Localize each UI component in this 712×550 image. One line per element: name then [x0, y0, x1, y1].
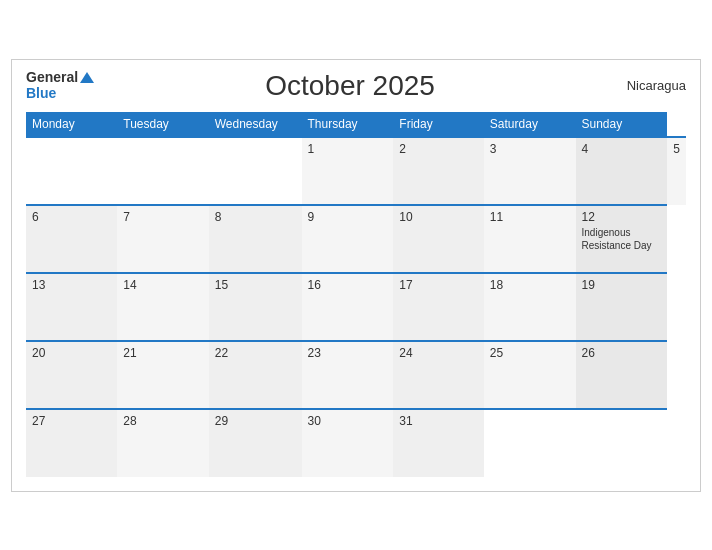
day-number: 31	[399, 414, 478, 428]
day-cell	[576, 409, 668, 477]
header-saturday: Saturday	[484, 112, 576, 137]
day-cell: 17	[393, 273, 484, 341]
day-number: 20	[32, 346, 111, 360]
day-cell: 26	[576, 341, 668, 409]
day-number: 27	[32, 414, 111, 428]
header-wednesday: Wednesday	[209, 112, 302, 137]
day-number: 10	[399, 210, 478, 224]
day-number: 21	[123, 346, 202, 360]
day-number: 1	[308, 142, 388, 156]
day-cell: 8	[209, 205, 302, 273]
day-cell: 19	[576, 273, 668, 341]
day-cell: 27	[26, 409, 117, 477]
day-event-label: Indigenous Resistance Day	[582, 226, 662, 252]
logo-triangle-icon	[80, 72, 94, 83]
day-number: 11	[490, 210, 570, 224]
day-number: 6	[32, 210, 111, 224]
header-friday: Friday	[393, 112, 484, 137]
day-cell: 6	[26, 205, 117, 273]
day-cell: 7	[117, 205, 208, 273]
week-row-3: 13141516171819	[26, 273, 686, 341]
day-number: 24	[399, 346, 478, 360]
day-cell: 13	[26, 273, 117, 341]
day-number: 25	[490, 346, 570, 360]
day-cell: 28	[117, 409, 208, 477]
day-number: 5	[673, 142, 680, 156]
weekday-header-row: Monday Tuesday Wednesday Thursday Friday…	[26, 112, 686, 137]
day-cell: 15	[209, 273, 302, 341]
calendar-title: October 2025	[94, 70, 606, 102]
day-cell	[484, 409, 576, 477]
day-number: 30	[308, 414, 388, 428]
day-cell: 16	[302, 273, 394, 341]
day-number: 2	[399, 142, 478, 156]
day-cell: 23	[302, 341, 394, 409]
day-cell: 31	[393, 409, 484, 477]
calendar-header: General Blue October 2025 Nicaragua	[26, 70, 686, 102]
day-number: 8	[215, 210, 296, 224]
week-row-1: 12345	[26, 137, 686, 205]
day-cell: 25	[484, 341, 576, 409]
week-row-5: 2728293031	[26, 409, 686, 477]
day-cell: 9	[302, 205, 394, 273]
day-number: 29	[215, 414, 296, 428]
day-number: 4	[582, 142, 662, 156]
day-number: 9	[308, 210, 388, 224]
day-cell: 5	[667, 137, 686, 205]
day-number: 3	[490, 142, 570, 156]
day-number: 26	[582, 346, 662, 360]
week-row-4: 20212223242526	[26, 341, 686, 409]
day-cell: 1	[302, 137, 394, 205]
day-number: 17	[399, 278, 478, 292]
day-number: 22	[215, 346, 296, 360]
header-tuesday: Tuesday	[117, 112, 208, 137]
day-cell: 18	[484, 273, 576, 341]
day-number: 15	[215, 278, 296, 292]
day-cell: 4	[576, 137, 668, 205]
day-cell: 10	[393, 205, 484, 273]
day-number: 16	[308, 278, 388, 292]
day-cell: 3	[484, 137, 576, 205]
day-cell: 22	[209, 341, 302, 409]
day-cell: 14	[117, 273, 208, 341]
day-number: 19	[582, 278, 662, 292]
logo-blue-text: Blue	[26, 86, 56, 101]
day-cell	[26, 137, 117, 205]
day-cell: 24	[393, 341, 484, 409]
day-number: 12	[582, 210, 662, 224]
header-thursday: Thursday	[302, 112, 394, 137]
day-cell	[117, 137, 208, 205]
day-number: 7	[123, 210, 202, 224]
calendar-country: Nicaragua	[606, 78, 686, 93]
header-monday: Monday	[26, 112, 117, 137]
header-sunday: Sunday	[576, 112, 668, 137]
day-cell: 11	[484, 205, 576, 273]
calendar-table: Monday Tuesday Wednesday Thursday Friday…	[26, 112, 686, 477]
day-cell: 2	[393, 137, 484, 205]
day-cell	[209, 137, 302, 205]
day-cell: 12Indigenous Resistance Day	[576, 205, 668, 273]
logo: General Blue	[26, 70, 94, 101]
day-number: 28	[123, 414, 202, 428]
day-cell: 20	[26, 341, 117, 409]
day-cell: 30	[302, 409, 394, 477]
calendar-container: General Blue October 2025 Nicaragua Mond…	[11, 59, 701, 492]
day-cell: 29	[209, 409, 302, 477]
day-number: 18	[490, 278, 570, 292]
day-cell: 21	[117, 341, 208, 409]
day-number: 14	[123, 278, 202, 292]
logo-general-text: General	[26, 70, 78, 85]
week-row-2: 6789101112Indigenous Resistance Day	[26, 205, 686, 273]
day-number: 23	[308, 346, 388, 360]
day-number: 13	[32, 278, 111, 292]
